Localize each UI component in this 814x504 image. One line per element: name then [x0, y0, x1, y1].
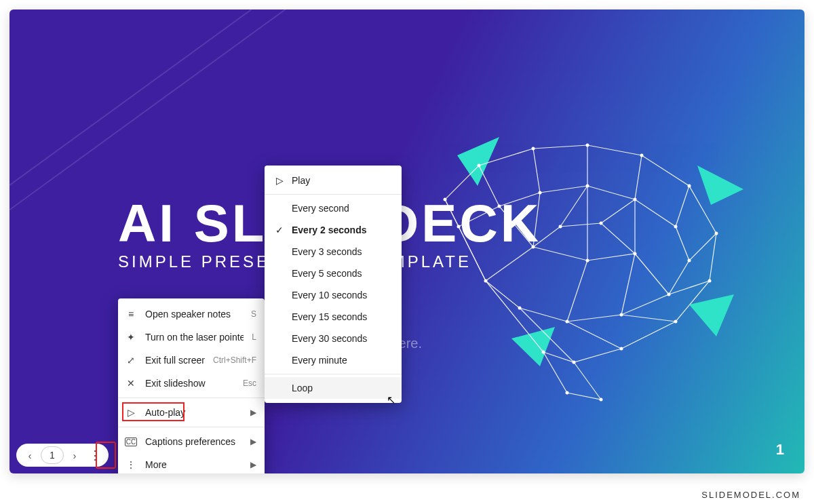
attribution-text: SLIDEMODEL.COM: [701, 490, 800, 500]
menu-item-auto-play[interactable]: ▷ Auto-play ▶: [118, 401, 265, 424]
svg-point-7: [532, 147, 535, 151]
menu-item-captions-preferences[interactable]: CC Captions preferences ▶: [118, 430, 265, 453]
laser-icon: ✦: [125, 332, 137, 343]
svg-point-31: [586, 259, 589, 263]
svg-point-20: [539, 191, 542, 195]
play-icon: ▷: [125, 407, 137, 418]
svg-point-27: [566, 320, 569, 324]
submenu-item-label: Every 10 seconds: [292, 290, 392, 301]
menu-item-label: Exit full screen: [145, 355, 205, 366]
slide-number-input[interactable]: 1: [41, 446, 64, 464]
submenu-item-label: Play: [292, 175, 392, 186]
svg-point-30: [532, 246, 535, 249]
menu-item-label: Captions preferences: [145, 436, 242, 447]
submenu-item-every-10-seconds[interactable]: Every 10 seconds: [265, 284, 402, 306]
svg-point-29: [484, 279, 488, 283]
menu-item-open-speaker-notes[interactable]: ≡ Open speaker notes S: [118, 303, 265, 326]
menu-item-label: More: [145, 459, 242, 470]
svg-point-28: [518, 307, 522, 310]
svg-point-24: [688, 259, 691, 263]
check-icon: ✓: [274, 225, 285, 235]
slide-nav: ‹ 1 › ⋮: [16, 444, 109, 467]
brain-illustration: [398, 125, 764, 410]
svg-point-21: [586, 185, 589, 188]
svg-point-11: [715, 232, 718, 235]
submenu-item-label: Every 2 seconds: [292, 225, 392, 235]
autoplay-submenu: ▷ Play Every second ✓ Every 2 seconds Ev…: [265, 166, 402, 403]
menu-item-label: Open speaker notes: [145, 309, 243, 319]
menu-item-label: Auto-play: [145, 407, 242, 418]
menu-separator: [265, 194, 402, 195]
menu-item-exit-slideshow[interactable]: ✕ Exit slideshow Esc: [118, 372, 265, 395]
menu-item-shortcut: Esc: [243, 379, 256, 388]
more-icon: ⋮: [125, 459, 137, 470]
svg-point-4: [457, 225, 461, 229]
submenu-item-label: Every 3 seconds: [292, 246, 392, 257]
submenu-item-label: Every minute: [292, 355, 392, 366]
menu-item-label: Exit slideshow: [145, 378, 235, 389]
svg-marker-1: [697, 166, 743, 205]
svg-point-16: [542, 351, 545, 354]
menu-separator: [118, 427, 265, 427]
notes-icon: ≡: [125, 309, 137, 319]
svg-point-34: [600, 222, 603, 225]
svg-point-12: [708, 279, 712, 283]
next-slide-button[interactable]: ›: [65, 446, 84, 465]
menu-item-shortcut: S: [251, 309, 256, 319]
svg-point-13: [674, 320, 678, 324]
page-number: 1: [776, 441, 784, 459]
menu-item-laser-pointer[interactable]: ✦ Turn on the laser pointer L: [118, 326, 265, 349]
submenu-item-every-15-seconds[interactable]: Every 15 seconds: [265, 306, 402, 328]
submenu-item-loop[interactable]: Loop: [265, 377, 402, 399]
menu-item-exit-full-screen[interactable]: ⤢ Exit full screen Ctrl+Shift+F: [118, 349, 265, 372]
submenu-item-label: Every 30 seconds: [292, 333, 392, 344]
menu-item-more[interactable]: ⋮ More ▶: [118, 453, 265, 473]
submenu-item-every-3-seconds[interactable]: Every 3 seconds: [265, 241, 402, 263]
svg-marker-2: [689, 294, 734, 336]
svg-point-14: [620, 347, 623, 351]
svg-point-17: [566, 391, 569, 395]
svg-point-18: [600, 398, 603, 402]
submenu-item-label: Every second: [292, 203, 392, 214]
svg-point-32: [634, 252, 637, 256]
submenu-item-play[interactable]: ▷ Play: [265, 170, 402, 191]
svg-point-25: [667, 293, 671, 296]
svg-point-6: [478, 164, 481, 168]
presentation-viewport: AI SLIDE DECK SIMPLE PRESENTATION TEMPLA…: [9, 9, 805, 473]
submenu-arrow-icon: ▶: [250, 437, 256, 446]
menu-item-label: Turn on the laser pointer: [145, 332, 244, 343]
submenu-item-every-2-seconds[interactable]: ✓ Every 2 seconds: [265, 219, 402, 241]
cc-icon: CC: [125, 438, 137, 446]
svg-point-15: [573, 361, 576, 364]
submenu-item-label: Every 15 seconds: [292, 311, 392, 322]
svg-point-33: [559, 225, 562, 229]
submenu-item-every-minute[interactable]: Every minute: [265, 349, 402, 371]
prev-slide-button[interactable]: ‹: [20, 446, 39, 465]
svg-point-8: [586, 144, 589, 147]
menu-separator: [265, 374, 402, 374]
menu-item-shortcut: L: [252, 332, 256, 342]
submenu-item-every-second[interactable]: Every second: [265, 197, 402, 219]
more-options-button[interactable]: ⋮: [85, 446, 104, 465]
submenu-item-label: Loop: [292, 383, 392, 393]
submenu-item-every-30-seconds[interactable]: Every 30 seconds: [265, 328, 402, 349]
svg-point-5: [444, 198, 447, 201]
options-menu: ≡ Open speaker notes S ✦ Turn on the las…: [118, 298, 265, 473]
svg-point-23: [674, 225, 678, 229]
svg-point-9: [640, 154, 644, 157]
close-icon: ✕: [125, 378, 137, 389]
submenu-item-every-5-seconds[interactable]: Every 5 seconds: [265, 263, 402, 284]
submenu-arrow-icon: ▶: [250, 460, 256, 469]
play-icon: ▷: [274, 175, 285, 186]
submenu-arrow-icon: ▶: [250, 408, 256, 417]
svg-point-19: [498, 205, 501, 208]
menu-separator: [118, 398, 265, 398]
svg-point-10: [688, 185, 691, 188]
svg-point-22: [634, 198, 637, 201]
svg-point-26: [620, 313, 623, 317]
fullscreen-exit-icon: ⤢: [125, 355, 137, 366]
menu-item-shortcut: Ctrl+Shift+F: [213, 355, 256, 365]
submenu-item-label: Every 5 seconds: [292, 268, 392, 279]
